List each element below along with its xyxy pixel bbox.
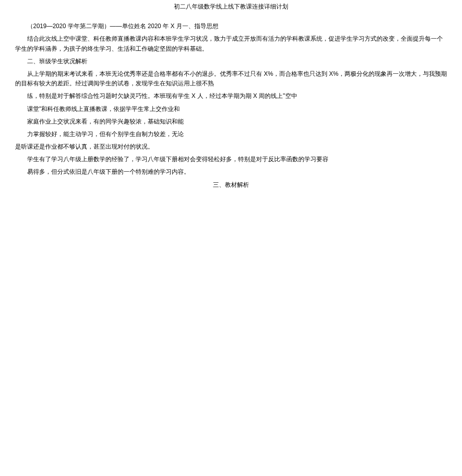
page-title: 初二八年级数学线上线下教课连接详细计划 <box>15 0 447 22</box>
paragraph-guiding-thought: 结合此次线上空中课堂、科任教师直播教课内容和本班学生学习状况，致力于成立开放而有… <box>15 34 447 53</box>
paragraph-experience: 学生有了学习八年级上册数学的经验了，学习八年级下册相对会变得轻松好多，特别是对于… <box>15 155 447 164</box>
document-page: 初二八年级数学线上线下教课连接详细计划 （2019—2020 学年第二学期）——… <box>0 0 462 190</box>
paragraph-ability: 力掌握较好，能主动学习，但有个别学生自制力较差，无论 <box>15 130 447 139</box>
paragraph-classroom: 课堂"和科任教师线上直播教课，依据学平生常上交作业和 <box>15 104 447 114</box>
paragraph-difficulty: 易得多，但分式依旧是八年级下册的一个特别难的学习内容。 <box>15 167 447 177</box>
paragraph-listening: 是听课还是作业都不够认真，甚至出现对付的状况。 <box>15 142 447 152</box>
paragraph-exam-analysis: 从上学期的期末考试来看，本班无论优秀率还是合格率都有不小的退步。优秀率不过只有 … <box>15 69 447 88</box>
paragraph-meta: （2019—2020 学年第二学期）——单位姓名 2020 年 X 月一、指导思… <box>15 22 447 31</box>
paragraph-practice: 练，特别是对于解答综合性习题时欠缺灵巧性。本班现有学生 X 人，经过本学期为期 … <box>15 91 447 101</box>
paragraph-homework: 家庭作业上交状况来看，有的同学兴趣较浓，基础知识和能 <box>15 117 447 127</box>
section-heading-class-analysis: 二、班级学生状况解析 <box>15 57 447 66</box>
section-heading-material-analysis: 三、教材解析 <box>15 180 447 190</box>
